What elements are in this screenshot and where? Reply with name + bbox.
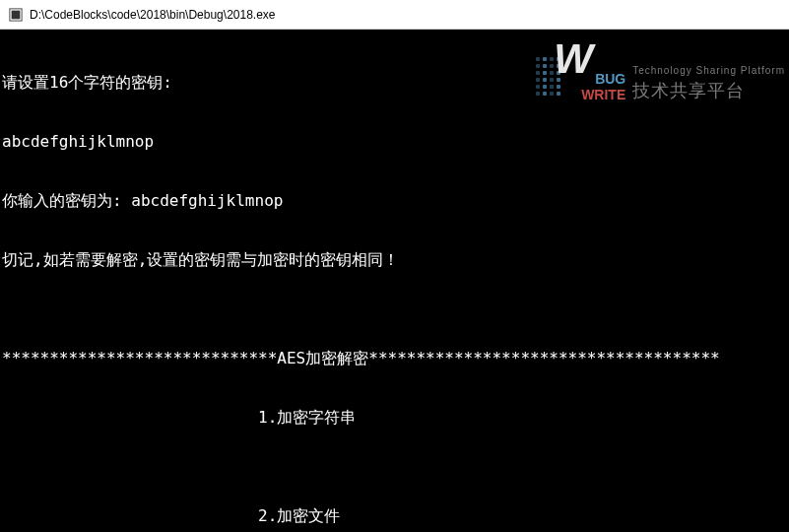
title-bar[interactable]: D:\CodeBlocks\code\2018\bin\Debug\2018.e…	[0, 0, 789, 30]
watermark-logo: W BUG WRITE	[536, 51, 625, 110]
menu-item-encrypt-string: 1.加密字符串	[2, 408, 787, 428]
watermark-w-icon: W	[554, 49, 593, 69]
svg-rect-1	[12, 10, 21, 19]
window-title: D:\CodeBlocks\code\2018\bin\Debug\2018.e…	[30, 8, 276, 22]
watermark-tagline-cn: 技术共享平台	[632, 81, 785, 100]
console-line: *****************************AES加密解密****…	[2, 349, 787, 368]
menu-item-encrypt-file: 2.加密文件	[2, 506, 787, 526]
app-icon	[8, 7, 24, 23]
watermark-tagline: Technology Sharing Platform 技术共享平台	[632, 61, 785, 100]
watermark: W BUG WRITE Technology Sharing Platform …	[536, 51, 785, 110]
watermark-tagline-en: Technology Sharing Platform	[632, 61, 785, 81]
console-line: 你输入的密钥为: abcdefghijklmnop	[2, 191, 787, 211]
console-line: 切记,如若需要解密,设置的密钥需与加密时的密钥相同！	[2, 250, 787, 270]
console-output[interactable]: 请设置16个字符的密钥: abcdefghijklmnop 你输入的密钥为: a…	[0, 30, 789, 532]
console-line: abcdefghijklmnop	[2, 132, 787, 152]
watermark-write-text: WRITE	[581, 85, 625, 104]
